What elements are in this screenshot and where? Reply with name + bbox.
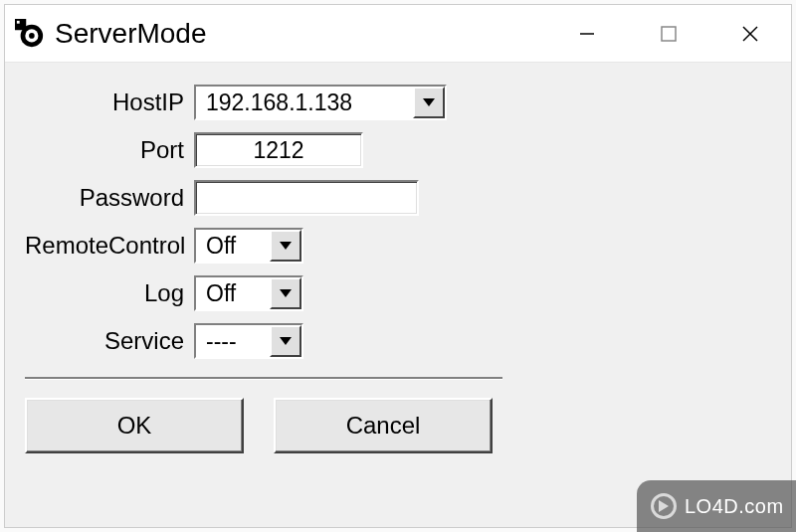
log-value: Off	[196, 277, 270, 309]
service-row: Service ----	[25, 323, 771, 359]
maximize-icon	[661, 26, 677, 42]
hostip-label: HostIP	[25, 89, 194, 116]
hostip-combo[interactable]: 192.168.1.138	[194, 85, 447, 120]
remotecontrol-row: RemoteControl Off	[25, 228, 771, 264]
app-icon	[15, 19, 45, 49]
port-label: Port	[25, 136, 194, 164]
service-dropdown-button[interactable]	[270, 325, 301, 357]
chevron-down-icon	[280, 242, 292, 250]
password-row: Password	[25, 180, 771, 216]
svg-marker-11	[280, 242, 292, 250]
svg-rect-7	[662, 27, 676, 41]
log-row: Log Off	[25, 275, 771, 311]
dialog-body: HostIP 192.168.1.138 Port Password Remot…	[5, 63, 791, 527]
close-button[interactable]	[709, 5, 791, 62]
cancel-button[interactable]: Cancel	[274, 398, 493, 453]
log-combo[interactable]: Off	[194, 275, 303, 311]
service-combo[interactable]: ----	[194, 323, 303, 359]
svg-point-5	[29, 33, 35, 39]
port-row: Port	[25, 132, 771, 168]
log-dropdown-button[interactable]	[270, 277, 301, 309]
remotecontrol-label: RemoteControl	[25, 232, 194, 260]
hostip-dropdown-button[interactable]	[413, 87, 445, 118]
chevron-down-icon	[280, 289, 292, 297]
watermark-icon	[651, 493, 677, 519]
svg-marker-12	[280, 289, 292, 297]
separator	[25, 377, 502, 380]
ok-button[interactable]: OK	[25, 398, 244, 453]
port-input[interactable]	[194, 132, 363, 168]
window-controls	[546, 5, 791, 62]
button-row: OK Cancel	[25, 398, 771, 453]
minimize-button[interactable]	[546, 5, 628, 62]
remotecontrol-dropdown-button[interactable]	[270, 230, 301, 262]
watermark-text: LO4D.com	[685, 495, 784, 518]
chevron-down-icon	[423, 98, 435, 106]
window-title: ServerMode	[55, 18, 207, 50]
chevron-down-icon	[280, 337, 292, 345]
server-mode-window: ServerMode HostIP 192.168.1.138	[4, 4, 792, 528]
close-icon	[740, 24, 760, 44]
titlebar: ServerMode	[5, 5, 791, 63]
remotecontrol-combo[interactable]: Off	[194, 228, 303, 264]
maximize-button[interactable]	[628, 5, 709, 62]
service-label: Service	[25, 327, 194, 355]
svg-marker-10	[423, 98, 435, 106]
password-input[interactable]	[194, 180, 419, 216]
hostip-row: HostIP 192.168.1.138	[25, 85, 771, 120]
remotecontrol-value: Off	[196, 230, 270, 262]
svg-marker-14	[659, 500, 669, 512]
password-label: Password	[25, 184, 194, 212]
log-label: Log	[25, 279, 194, 307]
hostip-value: 192.168.1.138	[196, 87, 413, 118]
svg-rect-2	[17, 20, 20, 23]
minimize-icon	[578, 25, 596, 43]
watermark: LO4D.com	[637, 480, 796, 532]
service-value: ----	[196, 325, 270, 357]
svg-marker-13	[280, 337, 292, 345]
